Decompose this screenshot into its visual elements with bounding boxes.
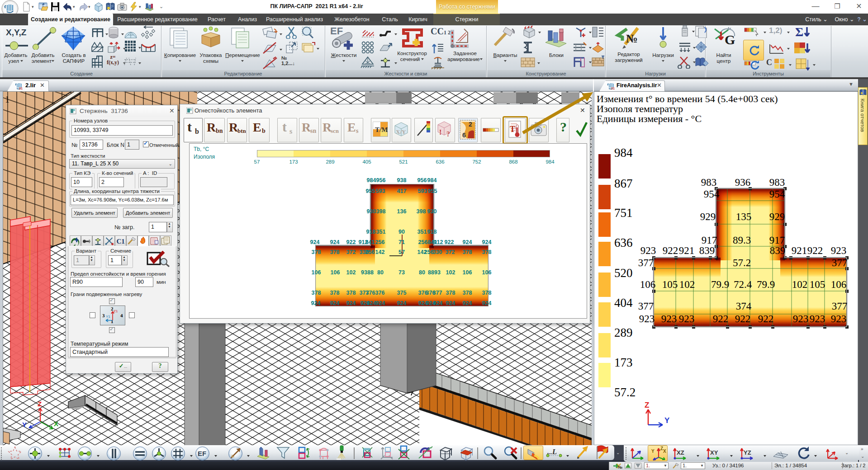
svg-text:Y: Y: [651, 449, 655, 454]
svg-text:Y: Y: [664, 416, 670, 425]
svg-text:!: !: [439, 128, 441, 136]
svg-text:Y: Y: [22, 421, 27, 428]
svg-text:EF: EF: [198, 450, 206, 457]
svg-text:1: 1: [5, 94, 9, 104]
svg-text:XY: XY: [710, 449, 718, 456]
svg-text:6: 6: [462, 132, 466, 139]
svg-text:Z: Z: [645, 402, 649, 409]
svg-text:№: №: [626, 32, 638, 45]
svg-text:Z: Z: [38, 400, 42, 408]
svg-text:X: X: [54, 420, 58, 428]
svg-text:XZ: XZ: [677, 449, 684, 456]
svg-text:Z1: Z1: [114, 309, 118, 313]
svg-text:21: 21: [19, 87, 23, 90]
svg-text:X: X: [663, 449, 666, 454]
svg-text:T/M: T/M: [375, 126, 388, 133]
svg-text:X/Y: X/Y: [396, 128, 406, 135]
svg-text:21: 21: [611, 87, 615, 90]
svg-text:?: ?: [446, 130, 450, 138]
svg-text:EF: EF: [330, 25, 343, 37]
svg-text:YZ: YZ: [744, 449, 751, 456]
svg-text:№: №: [618, 465, 622, 470]
svg-text:C1: C1: [117, 238, 125, 245]
svg-text:Y1: Y1: [106, 315, 110, 319]
svg-text:Σ: Σ: [795, 25, 803, 39]
svg-text:2: 2: [469, 121, 472, 128]
svg-text:G: G: [725, 32, 735, 47]
